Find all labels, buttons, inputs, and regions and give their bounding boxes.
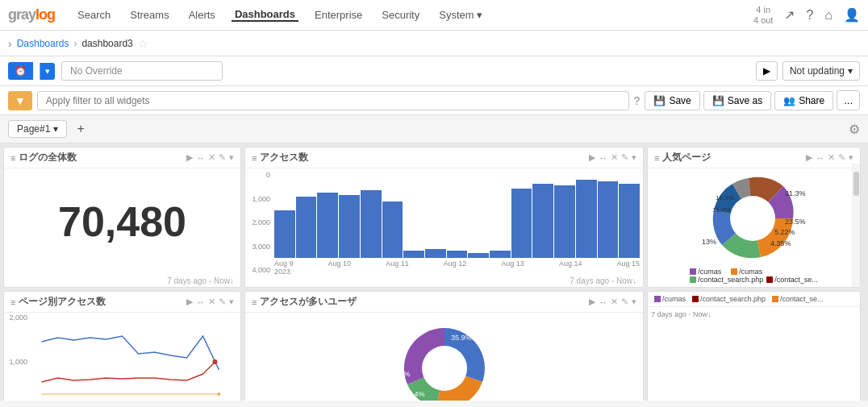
help-icon[interactable]: ? bbox=[806, 8, 813, 23]
leg-text-b2: /contact_search.php bbox=[700, 295, 766, 303]
logo: graylog bbox=[8, 6, 55, 23]
close-ctrl2-icon[interactable]: ✕ bbox=[611, 152, 618, 163]
close-ctrl5-icon[interactable]: ✕ bbox=[611, 297, 618, 307]
bar-7 bbox=[403, 251, 424, 258]
user-icon[interactable]: 👤 bbox=[844, 7, 860, 23]
popular-pages-legend: /cumas /cumas /contact_search.php /conta… bbox=[686, 266, 821, 285]
legend-label-1: /cumas bbox=[698, 268, 721, 276]
saveas-button[interactable]: 💾 Save as bbox=[703, 91, 771, 110]
bar-1 bbox=[274, 210, 295, 258]
line-chart-svg bbox=[30, 314, 239, 401]
time-caret-button[interactable]: ▾ bbox=[40, 63, 55, 80]
edit-ctrl3-icon[interactable]: ✎ bbox=[838, 152, 845, 163]
legend-row-2: /contact_search.php /contact_se... bbox=[690, 276, 818, 284]
widget-page-access-controls: ▶ ↔ ✕ ✎ ▾ bbox=[186, 297, 234, 307]
legend-bottom-3: /contact_se... bbox=[772, 295, 824, 303]
play-ctrl3-icon[interactable]: ▶ bbox=[806, 152, 812, 163]
widget-top-users: ≡ アクセスが多いユーザ ▶ ↔ ✕ ✎ ▾ bbox=[244, 291, 644, 401]
line-y-axis: 0 1,000 2,000 bbox=[6, 314, 30, 401]
right-scrollbar[interactable] bbox=[852, 164, 860, 287]
x-label-5: Aug 13 bbox=[501, 260, 524, 275]
more-ctrl3-icon[interactable]: ▾ bbox=[849, 152, 853, 163]
saveas-icon: 💾 bbox=[712, 95, 724, 106]
not-updating-dropdown[interactable]: Not updating ▾ bbox=[782, 61, 860, 81]
sidebar-toggle[interactable]: › bbox=[8, 37, 12, 50]
widget-log-total-body: 70,480 bbox=[4, 168, 240, 275]
bar-9 bbox=[447, 251, 468, 258]
play-ctrl2-icon[interactable]: ▶ bbox=[589, 152, 595, 163]
leg-text-b1: /cumas bbox=[662, 295, 686, 303]
play-icon: ▶ bbox=[763, 65, 770, 77]
edit-ctrl4-icon[interactable]: ✎ bbox=[219, 297, 226, 307]
svg-point-0 bbox=[730, 196, 775, 241]
filter-icon-button[interactable]: ▼ bbox=[8, 91, 32, 110]
resize-ctrl5-icon[interactable]: ↔ bbox=[599, 297, 607, 307]
legend-dot-1 bbox=[690, 268, 696, 275]
nav-system[interactable]: System ▾ bbox=[436, 9, 486, 21]
favorite-star[interactable]: ☆ bbox=[138, 37, 148, 50]
nav-dashboards[interactable]: Dashboards bbox=[232, 8, 298, 22]
bar-11 bbox=[490, 251, 511, 258]
edit-ctrl2-icon[interactable]: ✎ bbox=[621, 152, 628, 163]
page-tabs: Page#1 ▾ + ⚙ bbox=[0, 115, 868, 143]
line-red bbox=[42, 362, 215, 382]
widget-log-total: ≡ ログの全体数 ▶ ↔ ✕ ✎ ▾ 70,480 7 days ago - N… bbox=[3, 147, 241, 288]
nav-streams[interactable]: Streams bbox=[127, 9, 172, 21]
x-label-1: Aug 92023 bbox=[274, 260, 294, 275]
legend-row-1: /cumas /cumas bbox=[690, 268, 818, 276]
save-button[interactable]: 💾 Save bbox=[645, 91, 699, 110]
close-ctrl3-icon[interactable]: ✕ bbox=[828, 152, 835, 163]
resize-ctrl2-icon[interactable]: ↔ bbox=[599, 153, 607, 163]
widget-popular-pages-body: 31.3% 23.5% 13% 4.35% 5.22% 11.3% 11.3% … bbox=[648, 168, 860, 287]
external-link-icon[interactable]: ↗ bbox=[784, 7, 795, 23]
filter-actions: 💾 Save 💾 Save as 👥 Share ... bbox=[645, 90, 860, 110]
breadcrumb-bar: › Dashboards › dashboard3 ☆ bbox=[0, 31, 868, 56]
resize-ctrl-icon[interactable]: ↔ bbox=[196, 153, 205, 163]
leg-text-b3: /contact_se... bbox=[780, 295, 824, 303]
more-button[interactable]: ... bbox=[837, 90, 860, 110]
override-input[interactable] bbox=[61, 61, 223, 81]
play-ctrl-icon[interactable]: ▶ bbox=[186, 152, 193, 163]
log-total-value: 70,480 bbox=[58, 197, 186, 246]
resize-ctrl3-icon[interactable]: ↔ bbox=[816, 153, 824, 163]
legend-bottom-2: /contact_search.php bbox=[692, 295, 766, 303]
close-ctrl-icon[interactable]: ✕ bbox=[208, 152, 215, 163]
play-ctrl5-icon[interactable]: ▶ bbox=[589, 297, 595, 307]
nav-alerts[interactable]: Alerts bbox=[186, 9, 219, 21]
play-button[interactable]: ▶ bbox=[756, 61, 778, 81]
dot-red bbox=[213, 359, 218, 364]
page-tab-1[interactable]: Page#1 ▾ bbox=[8, 120, 67, 138]
breadcrumb-parent[interactable]: Dashboards bbox=[17, 38, 69, 49]
bar-14 bbox=[554, 185, 575, 258]
leg-dot-b1 bbox=[654, 296, 661, 302]
home-icon[interactable]: ⌂ bbox=[824, 8, 833, 23]
page-tab-label: Page#1 bbox=[17, 123, 50, 135]
more-ctrl5-icon[interactable]: ▾ bbox=[632, 297, 636, 307]
add-page-button[interactable]: + bbox=[73, 122, 87, 136]
share-button[interactable]: 👥 Share bbox=[774, 91, 833, 110]
edit-ctrl-icon[interactable]: ✎ bbox=[219, 152, 226, 163]
resize-ctrl4-icon[interactable]: ↔ bbox=[196, 297, 205, 307]
time-button[interactable]: ⏰ bbox=[8, 62, 33, 80]
more-ctrl2-icon[interactable]: ▾ bbox=[632, 152, 636, 163]
play-ctrl4-icon[interactable]: ▶ bbox=[186, 297, 193, 307]
filter-input[interactable] bbox=[37, 91, 629, 110]
widget-access-count-header: ≡ アクセス数 ▶ ↔ ✕ ✎ ▾ bbox=[245, 147, 643, 168]
top-nav: graylog Search Streams Alerts Dashboards… bbox=[0, 0, 868, 31]
widget-page-access: ≡ ページ別アクセス数 ▶ ↔ ✕ ✎ ▾ 0 1,000 2,000 bbox=[3, 291, 241, 401]
leg-dot-b3 bbox=[772, 296, 778, 302]
widget-popular-pages-title: 人気ページ bbox=[662, 151, 803, 164]
more-ctrl-icon[interactable]: ▾ bbox=[229, 152, 234, 163]
edit-ctrl5-icon[interactable]: ✎ bbox=[621, 297, 628, 307]
bar-6 bbox=[382, 201, 403, 258]
widget-top-users-controls: ▶ ↔ ✕ ✎ ▾ bbox=[589, 297, 636, 307]
close-ctrl4-icon[interactable]: ✕ bbox=[208, 297, 215, 307]
filter-help-icon[interactable]: ? bbox=[634, 94, 641, 107]
nav-search[interactable]: Search bbox=[74, 9, 114, 21]
settings-gear-icon[interactable]: ⚙ bbox=[849, 122, 860, 137]
more-ctrl4-icon[interactable]: ▾ bbox=[229, 297, 234, 307]
nav-enterprise[interactable]: Enterprise bbox=[311, 9, 365, 21]
donut-user-label-206: 20.6% bbox=[390, 370, 411, 378]
nav-security[interactable]: Security bbox=[378, 9, 423, 21]
donut-user-label-294: 29.4% bbox=[404, 390, 425, 398]
